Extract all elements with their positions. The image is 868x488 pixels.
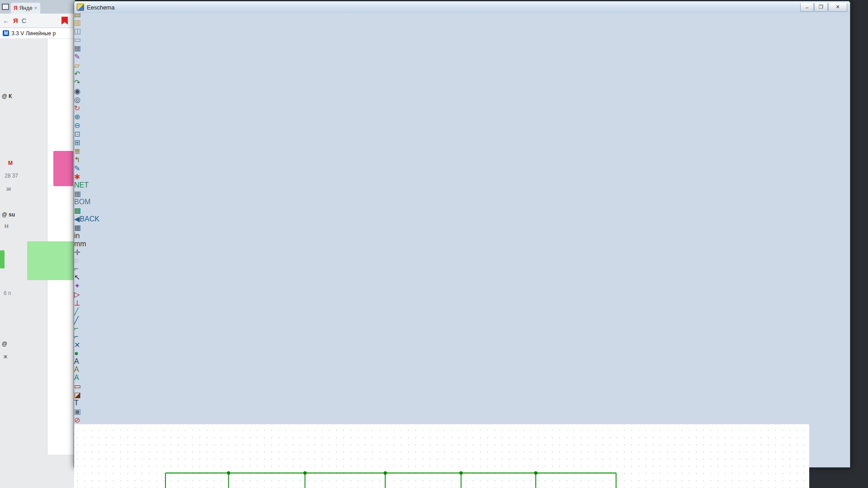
find-icon: ◉ bbox=[74, 87, 80, 95]
maximize-button[interactable]: ❐ bbox=[814, 3, 828, 12]
place-junction-icon: ● bbox=[74, 349, 79, 357]
site-badge: M bbox=[3, 30, 9, 36]
find-replace-icon: ◎ bbox=[74, 96, 80, 103]
show-hidden-pins-button[interactable]: ◌ bbox=[74, 257, 850, 265]
erc-check-button[interactable]: ✱ bbox=[74, 173, 850, 181]
import-sheet-pin-button[interactable]: ◪ bbox=[74, 390, 850, 399]
page-title-bar: M 3.3 V Линейные р bbox=[0, 28, 75, 39]
units-mm-button[interactable]: mm bbox=[74, 240, 850, 248]
place-junction-button[interactable]: ● bbox=[74, 349, 850, 357]
redraw-view-button[interactable]: ↻ bbox=[74, 104, 850, 113]
hierarchical-sheet-button[interactable]: ▭ bbox=[74, 382, 850, 390]
refresh-icon[interactable]: C bbox=[22, 17, 27, 24]
yandex-favicon: Я bbox=[14, 5, 18, 11]
annotate-schematic-button[interactable]: ✎ bbox=[74, 164, 850, 173]
highlight-net-icon: ✦ bbox=[74, 282, 80, 290]
cursor-shape-icon: ✛ bbox=[74, 249, 80, 256]
place-bus-button[interactable]: ╱ bbox=[74, 316, 850, 324]
open-schematic-button[interactable]: ▥ bbox=[74, 18, 850, 27]
left-toolbar: ▦inmm✛◌⌐ bbox=[74, 223, 850, 273]
browser-toolbar: ← Я C bbox=[0, 14, 75, 28]
redo-icon: ↷ bbox=[74, 79, 80, 86]
junction-dot[interactable] bbox=[534, 471, 537, 474]
paste-button[interactable]: ▱ bbox=[74, 61, 850, 70]
redraw-view-icon: ↻ bbox=[74, 104, 80, 112]
delete-tool[interactable]: ⊘ bbox=[74, 416, 850, 424]
save-schematic-button[interactable]: ◫ bbox=[74, 27, 850, 35]
bookmark-flag-icon[interactable] bbox=[61, 17, 68, 25]
place-wire-button[interactable]: ╱ bbox=[74, 307, 850, 316]
post-image bbox=[27, 241, 74, 280]
minimize-button[interactable]: – bbox=[800, 3, 814, 12]
zoom-to-selection-button[interactable]: ⊞ bbox=[74, 138, 850, 147]
paste-icon: ▱ bbox=[74, 61, 80, 69]
bus-to-bus-entry-button[interactable]: ⌐ bbox=[74, 333, 850, 341]
wire-to-bus-entry-button[interactable]: ⌐ bbox=[74, 324, 850, 333]
page-settings-button[interactable]: ▭ bbox=[74, 35, 850, 44]
zoom-fit-icon: ⊡ bbox=[74, 130, 80, 138]
junction-dot[interactable] bbox=[303, 471, 307, 474]
post-text: @ К bbox=[2, 93, 12, 99]
global-label-button[interactable]: A bbox=[74, 366, 850, 374]
undo-icon: ↶ bbox=[74, 70, 80, 78]
select-tool-icon: ↖ bbox=[74, 273, 80, 281]
no-connect-flag-icon: ✕ bbox=[74, 341, 80, 349]
hv-wire-orientation-icon: ⌐ bbox=[74, 265, 78, 272]
find-button[interactable]: ◉ bbox=[74, 87, 850, 95]
right-toolbar: ↖✦▷⊥╱╱⌐⌐✕●AAA▭◪T▣⊘ bbox=[74, 273, 850, 424]
leave-sheet-button[interactable]: ↰ bbox=[74, 155, 850, 164]
app-window: Eeschema – ❐ ✕ ФайлПравкаПросмотрРазмест… bbox=[74, 1, 850, 468]
edit-symbol-fields-icon: ▦ bbox=[74, 190, 81, 197]
schematic-canvas[interactable]: 132Q1BC857132Q3BC857132Q5BC857132Q7BC857… bbox=[74, 424, 850, 488]
junction-dot[interactable] bbox=[227, 471, 230, 474]
plot-icon: ✎ bbox=[74, 53, 80, 61]
annotate-schematic-icon: ✎ bbox=[74, 164, 80, 172]
place-symbol-button[interactable]: ▷ bbox=[74, 290, 850, 299]
edit-symbol-fields-button[interactable]: ▦ bbox=[74, 189, 850, 198]
title-bar[interactable]: Eeschema – ❐ ✕ bbox=[74, 1, 850, 13]
bom-button[interactable]: BOM bbox=[74, 198, 850, 206]
net-label-button[interactable]: A bbox=[74, 357, 850, 366]
place-image-button[interactable]: ▣ bbox=[74, 407, 850, 416]
cursor-shape-button[interactable]: ✛ bbox=[74, 248, 850, 257]
graphic-text-button[interactable]: T bbox=[74, 399, 850, 407]
navigate-hierarchy-button[interactable]: ≣ bbox=[74, 147, 850, 155]
browser-content: @ КМ28 37✉@ suН6 п@ж bbox=[0, 39, 75, 488]
yandex-logo-icon[interactable]: Я bbox=[13, 17, 18, 24]
highlight-net-button[interactable]: ✦ bbox=[74, 282, 850, 290]
show-hidden-pins-icon: ◌ bbox=[74, 257, 79, 264]
print-icon: ▦ bbox=[74, 44, 81, 52]
back-annotate-button[interactable]: ◀BACK bbox=[74, 215, 850, 223]
run-pcbnew-button[interactable]: ▩ bbox=[74, 206, 850, 215]
find-replace-button[interactable]: ◎ bbox=[74, 95, 850, 104]
app-icon bbox=[77, 4, 84, 11]
redo-button[interactable]: ↷ bbox=[74, 78, 850, 87]
back-arrow-icon[interactable]: ← bbox=[3, 17, 9, 24]
wire-to-bus-entry-icon: ⌐ bbox=[74, 324, 78, 332]
tab-close-icon[interactable]: × bbox=[34, 5, 38, 11]
post-text: 28 37 bbox=[5, 173, 18, 179]
hierarchical-label-button[interactable]: A bbox=[74, 374, 850, 382]
window-title: Eeschema bbox=[87, 4, 114, 11]
units-inches-button[interactable]: in bbox=[74, 232, 850, 240]
run-pcbnew-icon: ▩ bbox=[74, 206, 81, 214]
no-connect-flag-button[interactable]: ✕ bbox=[74, 341, 850, 349]
zoom-out-button[interactable]: ⊖ bbox=[74, 121, 850, 130]
close-button[interactable]: ✕ bbox=[828, 3, 847, 12]
toggle-grid-button[interactable]: ▦ bbox=[74, 223, 850, 232]
zoom-fit-button[interactable]: ⊡ bbox=[74, 130, 850, 138]
select-tool[interactable]: ↖ bbox=[74, 273, 850, 282]
import-sheet-pin-icon: ◪ bbox=[74, 391, 81, 399]
browser-tab[interactable]: Я Янде × bbox=[11, 3, 40, 14]
zoom-in-button[interactable]: ⊕ bbox=[74, 113, 850, 121]
generate-netlist-button[interactable]: NET bbox=[74, 181, 850, 189]
hv-wire-orientation-button[interactable]: ⌐ bbox=[74, 265, 850, 273]
post-text: 6 п bbox=[4, 290, 11, 296]
junction-dot[interactable] bbox=[383, 471, 387, 474]
undo-button[interactable]: ↶ bbox=[74, 70, 850, 78]
plot-button[interactable]: ✎ bbox=[74, 52, 850, 61]
print-button[interactable]: ▦ bbox=[74, 44, 850, 52]
junction-dot[interactable] bbox=[459, 471, 462, 474]
place-power-port-button[interactable]: ⊥ bbox=[74, 299, 850, 307]
hierarchical-label-icon: A bbox=[74, 374, 79, 381]
